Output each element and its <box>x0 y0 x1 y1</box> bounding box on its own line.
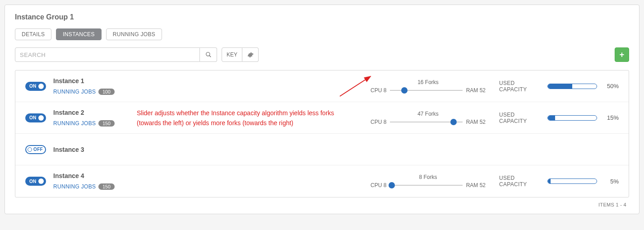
slider-thumb[interactable] <box>389 182 395 188</box>
running-jobs: RUNNING JOBS150 <box>53 182 153 190</box>
capacity-bar <box>547 115 597 121</box>
cpu-label: CPU 8 <box>371 119 386 125</box>
toggle-label: ON <box>29 84 37 89</box>
slider-track[interactable] <box>390 185 462 186</box>
running-jobs-link[interactable]: RUNNING JOBS <box>53 183 96 190</box>
capacity-label: USED CAPACITY <box>499 112 542 124</box>
capacity-percent: 15% <box>602 114 619 121</box>
search-icon <box>205 52 212 58</box>
name-block: Instance 4RUNNING JOBS150 <box>53 172 153 190</box>
items-count: ITEMS 1 - 4 <box>15 197 629 209</box>
ram-label: RAM 52 <box>466 119 486 125</box>
toggle-label: ON <box>29 179 37 184</box>
toggle-label: OFF <box>33 147 43 152</box>
ram-label: RAM 52 <box>466 182 486 188</box>
forks-slider: 16 ForksCPU 8RAM 52 <box>371 79 486 94</box>
running-jobs-link[interactable]: RUNNING JOBS <box>53 120 96 127</box>
slider-thumb[interactable] <box>401 87 408 94</box>
page-title: Instance Group 1 <box>15 13 629 21</box>
cpu-label: CPU 8 <box>371 182 386 188</box>
toggle-knob <box>38 178 44 184</box>
slider-track[interactable] <box>390 122 462 122</box>
forks-slider: 8 ForksCPU 8RAM 52 <box>371 174 486 188</box>
tabs: DETAILS INSTANCES RUNNING JOBS <box>15 28 629 40</box>
capacity-bar <box>547 178 597 184</box>
jobs-badge: 100 <box>98 89 115 95</box>
running-jobs-link[interactable]: RUNNING JOBS <box>53 89 96 95</box>
search-input[interactable] <box>15 47 200 62</box>
forks-slider: 47 ForksCPU 8RAM 52 <box>371 111 486 125</box>
instance-name: Instance 3 <box>53 146 153 153</box>
search-button[interactable] <box>200 47 217 62</box>
toolbar: KEY + <box>15 47 629 62</box>
panel: Instance Group 1 DETAILS INSTANCES RUNNI… <box>5 5 639 214</box>
forks-label: 47 Forks <box>417 111 439 117</box>
instance-row: OFFInstance 3 <box>15 134 629 165</box>
capacity-block: USED CAPACITY50% <box>499 80 619 93</box>
capacity-block: USED CAPACITY5% <box>499 175 619 188</box>
toggle-switch[interactable]: ON <box>25 113 46 122</box>
key-group: KEY <box>222 47 259 62</box>
running-jobs: RUNNING JOBS100 <box>53 87 153 95</box>
name-block: Instance 1RUNNING JOBS100 <box>53 77 153 95</box>
jobs-badge: 150 <box>98 120 115 127</box>
slider-track[interactable] <box>390 90 462 91</box>
jobs-badge: 150 <box>98 183 115 190</box>
toggle-switch[interactable]: ON <box>25 82 46 91</box>
toggle-knob <box>38 84 44 89</box>
toggle-knob <box>38 115 44 121</box>
capacity-bar <box>547 84 597 89</box>
name-block: Instance 2RUNNING JOBS150 <box>53 109 153 127</box>
forks-label: 8 Forks <box>419 174 437 180</box>
add-button[interactable]: + <box>615 47 629 62</box>
ram-label: RAM 52 <box>466 87 486 94</box>
capacity-fill <box>548 179 550 183</box>
tab-details[interactable]: DETAILS <box>15 28 51 40</box>
instance-row: ONInstance 2RUNNING JOBS15047 ForksCPU 8… <box>15 102 629 134</box>
settings-button[interactable] <box>242 47 259 62</box>
capacity-label: USED CAPACITY <box>499 80 542 93</box>
toggle-switch[interactable]: OFF <box>25 145 46 154</box>
name-block: Instance 3 <box>53 146 153 153</box>
instance-row: ONInstance 4RUNNING JOBS1508 ForksCPU 8R… <box>15 165 629 197</box>
capacity-percent: 50% <box>602 83 619 89</box>
tab-instances[interactable]: INSTANCES <box>56 28 102 40</box>
capacity-label: USED CAPACITY <box>499 175 542 188</box>
svg-point-0 <box>206 52 209 56</box>
running-jobs: RUNNING JOBS150 <box>53 119 153 127</box>
plus-icon: + <box>620 50 625 60</box>
tab-running-jobs[interactable]: RUNNING JOBS <box>106 28 162 40</box>
capacity-fill <box>548 116 555 120</box>
gear-icon <box>247 52 254 58</box>
instance-name: Instance 2 <box>53 109 153 116</box>
instance-list: ONInstance 1RUNNING JOBS10016 ForksCPU 8… <box>15 70 629 197</box>
toggle-knob <box>28 147 32 152</box>
toggle-label: ON <box>29 115 37 120</box>
capacity-fill <box>548 84 572 89</box>
cpu-label: CPU 8 <box>371 87 386 94</box>
svg-line-1 <box>209 56 211 57</box>
forks-label: 16 Forks <box>417 79 439 85</box>
toggle-switch[interactable]: ON <box>25 177 46 186</box>
search-group <box>15 47 217 62</box>
key-button[interactable]: KEY <box>222 47 242 62</box>
instance-row: ONInstance 1RUNNING JOBS10016 ForksCPU 8… <box>15 70 629 102</box>
instance-name: Instance 4 <box>53 172 153 179</box>
capacity-block: USED CAPACITY15% <box>499 112 619 124</box>
capacity-percent: 5% <box>602 178 619 185</box>
slider-thumb[interactable] <box>450 119 457 125</box>
instance-name: Instance 1 <box>53 77 153 84</box>
